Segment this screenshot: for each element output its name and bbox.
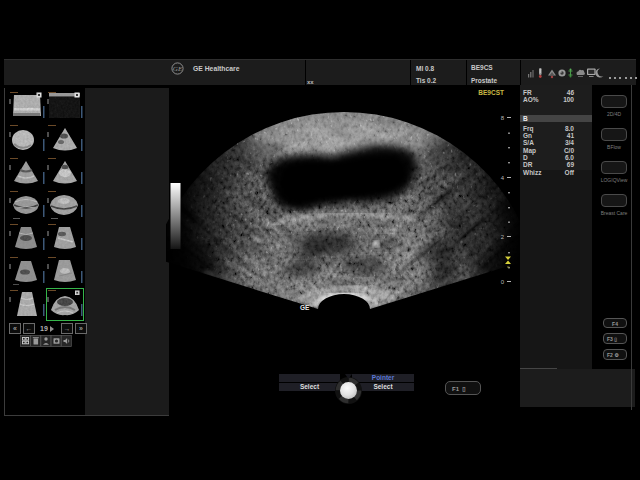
svg-text:8: 8 (501, 115, 505, 121)
svg-text:BE9CST: BE9CST (478, 89, 504, 96)
svg-text:4: 4 (501, 175, 505, 181)
svg-text:GE: GE (300, 304, 310, 311)
svg-text:0: 0 (501, 279, 505, 285)
svg-text:GE: GE (173, 65, 183, 73)
